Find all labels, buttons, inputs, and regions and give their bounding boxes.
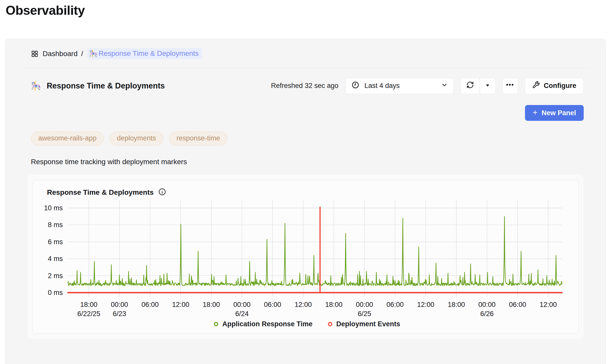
x-tick-label: 18:00	[203, 301, 220, 308]
tag-pill[interactable]: awesome-rails-app	[31, 132, 104, 146]
tag-pill[interactable]: deployments	[109, 132, 163, 146]
plus-icon: +	[533, 108, 537, 117]
x-tick-label: 06:00	[264, 301, 281, 308]
legend-label: Deployment Events	[336, 320, 400, 328]
response-time-line	[68, 217, 562, 286]
x-tick-date-label: 6/25	[358, 310, 371, 318]
breadcrumb-separator: /	[81, 50, 83, 58]
time-range-select[interactable]: Last 4 days	[346, 78, 454, 94]
refresh-button[interactable]	[461, 78, 480, 94]
y-tick-label: 2 ms	[48, 272, 63, 280]
x-tick-label: 18:00	[448, 301, 465, 308]
new-panel-label: New Panel	[542, 109, 576, 117]
x-tick-date-label: 6/26	[480, 310, 494, 318]
panel-grid: Response Time & Deployments 18:006/22/25…	[27, 175, 584, 339]
x-tick-label: 06:00	[509, 301, 526, 308]
x-tick-date-label: 6/23	[113, 310, 126, 318]
configure-label: Configure	[544, 82, 577, 90]
breadcrumb: Dashboard / 🎠 Response Time & Deployment…	[27, 48, 584, 59]
dashboard-grid-icon	[31, 50, 39, 58]
time-range-value: Last 4 days	[364, 82, 400, 90]
legend-label: Application Response Time	[222, 320, 313, 328]
header-divider	[20, 67, 591, 68]
x-tick-label: 18:00	[325, 301, 343, 308]
x-tick-label: 00:00	[111, 301, 128, 308]
info-icon[interactable]	[158, 188, 166, 197]
breadcrumb-dashboard[interactable]: Dashboard	[43, 50, 78, 58]
x-tick-label: 00:00	[478, 301, 496, 308]
response-time-chart[interactable]: 18:006/22/2500:006/2306:0012:0018:0000:0…	[41, 199, 573, 320]
x-tick-date-label: 6/22/25	[77, 310, 100, 318]
legend-ring-icon	[214, 322, 218, 326]
more-options-button[interactable]: •••	[502, 78, 518, 94]
x-tick-label: 00:00	[356, 301, 373, 308]
legend-item[interactable]: Application Response Time	[214, 320, 313, 328]
dashboard-card: Dashboard / 🎠 Response Time & Deployment…	[5, 39, 606, 364]
x-tick-date-label: 6/24	[235, 310, 249, 318]
y-tick-label: 8 ms	[48, 221, 63, 229]
x-tick-label: 12:00	[540, 301, 557, 308]
legend-item[interactable]: Deployment Events	[328, 320, 400, 328]
dashboard-title: Response Time & Deployments	[47, 81, 165, 90]
legend-ring-icon	[328, 322, 332, 326]
chevron-down-icon	[441, 82, 448, 90]
dashboard-header: 🎠 Response Time & Deployments Refreshed …	[27, 75, 584, 97]
refresh-button-group	[460, 78, 496, 94]
breadcrumb-current-label: Response Time & Deployments	[99, 49, 199, 58]
new-panel-button[interactable]: + New Panel	[525, 105, 584, 121]
chart-panel[interactable]: Response Time & Deployments 18:006/22/25…	[32, 180, 579, 333]
x-tick-label: 06:00	[141, 301, 159, 308]
ellipsis-icon: •••	[506, 81, 514, 88]
breadcrumb-current-chip[interactable]: 🎠 Response Time & Deployments	[87, 48, 202, 59]
y-tick-label: 4 ms	[48, 255, 63, 263]
dashboard-description: Response time tracking with deployment m…	[31, 158, 584, 166]
x-tick-label: 12:00	[295, 301, 312, 308]
refresh-options-button[interactable]	[480, 78, 495, 94]
carousel-horse-icon: 🎠	[89, 50, 97, 58]
tag-pill[interactable]: response-time	[169, 132, 227, 146]
x-tick-label: 06:00	[386, 301, 404, 308]
x-tick-label: 12:00	[172, 301, 189, 308]
y-tick-label: 0 ms	[48, 289, 63, 296]
caret-down-icon	[485, 82, 490, 90]
y-tick-label: 10 ms	[44, 204, 63, 212]
page-title: Observability	[6, 3, 611, 18]
chart-legend: Application Response TimeDeployment Even…	[41, 320, 573, 328]
chart-panel-title: Response Time & Deployments	[47, 188, 154, 197]
x-tick-label: 12:00	[417, 301, 434, 308]
refresh-icon	[466, 81, 474, 90]
wrench-icon	[532, 81, 540, 90]
refreshed-status: Refreshed 32 sec ago	[271, 82, 338, 90]
x-tick-label: 18:00	[80, 301, 97, 308]
y-tick-label: 6 ms	[48, 238, 63, 246]
carousel-horse-icon: 🎠	[31, 81, 41, 91]
configure-button[interactable]: Configure	[525, 78, 584, 94]
clock-icon	[351, 81, 359, 91]
x-tick-label: 00:00	[233, 301, 251, 308]
tags-row: awesome-rails-appdeploymentsresponse-tim…	[27, 132, 584, 146]
